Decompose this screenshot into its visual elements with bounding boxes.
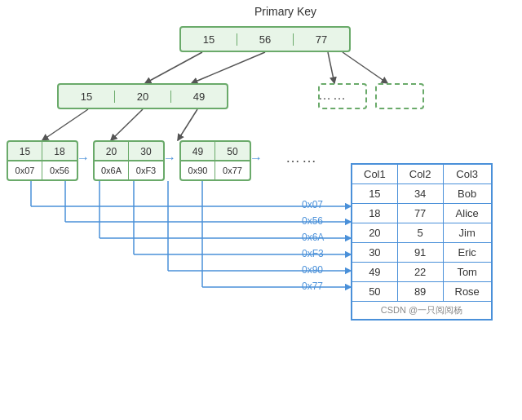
leaf2-top-2: 30 bbox=[129, 142, 163, 160]
pk-cell-1: 15 bbox=[181, 33, 237, 46]
table-cell-r5-c0: 50 bbox=[352, 282, 397, 302]
table-row: 5089Rose bbox=[352, 282, 492, 302]
dashed-box-2 bbox=[375, 83, 424, 109]
leaf-top-1: 15 18 bbox=[7, 140, 78, 161]
table-cell-r3-c2: Eric bbox=[443, 243, 492, 263]
leaf1-top-2: 18 bbox=[42, 142, 77, 160]
table-row: 205Jim bbox=[352, 223, 492, 243]
table-cell-r1-c1: 77 bbox=[397, 204, 443, 223]
page-title: Primary Key bbox=[245, 5, 326, 18]
table-row: 1534Bob bbox=[352, 184, 492, 204]
svg-line-1 bbox=[192, 52, 265, 83]
pointer-label-0x07: 0x07 bbox=[302, 199, 323, 210]
table-cell-r5-c2: Rose bbox=[443, 282, 492, 302]
pointer-label-0x6A: 0x6A bbox=[302, 232, 324, 243]
l2-cell-3: 49 bbox=[171, 91, 227, 103]
svg-line-4 bbox=[42, 109, 88, 140]
table-cell-r1-c2: Alice bbox=[443, 204, 492, 223]
col1-header: Col1 bbox=[352, 164, 397, 184]
table-cell-r2-c0: 20 bbox=[352, 223, 397, 243]
pointer-label-0x56: 0x56 bbox=[302, 215, 323, 227]
table-cell-r0-c1: 34 bbox=[397, 184, 443, 204]
svg-line-5 bbox=[111, 109, 143, 140]
leaf2-top-1: 20 bbox=[95, 142, 129, 160]
l2-cell-2: 20 bbox=[115, 91, 171, 103]
leaf-block-2: 20 30 0x6A 0xF3 → bbox=[93, 140, 165, 181]
diagram: Primary Key 15 56 77 15 20 49 15 18 0x07… bbox=[0, 0, 522, 420]
leaf-top-2: 20 30 bbox=[93, 140, 165, 161]
table-footer: CSDN @一只阅阅杨 bbox=[352, 302, 492, 321]
l2-cell-1: 15 bbox=[59, 91, 115, 103]
leaf-bottom-2: 0x6A 0xF3 bbox=[93, 161, 165, 181]
leaf-block-1: 15 18 0x07 0x56 → bbox=[7, 140, 78, 181]
leaf1-bot-2: 0x56 bbox=[42, 161, 77, 179]
leaf3-bot-2: 0x77 bbox=[215, 161, 250, 179]
table-header-row: Col1 Col2 Col3 bbox=[352, 164, 492, 184]
leaf3-bot-1: 0x90 bbox=[181, 161, 215, 179]
table-row: 4922Tom bbox=[352, 263, 492, 282]
table-cell-r4-c0: 49 bbox=[352, 263, 397, 282]
leaf3-top-1: 49 bbox=[181, 142, 215, 160]
leaf3-top-2: 50 bbox=[215, 142, 250, 160]
data-table: Col1 Col2 Col3 1534Bob1877Alice205Jim309… bbox=[351, 163, 493, 321]
table-cell-r3-c0: 30 bbox=[352, 243, 397, 263]
leaf-block-3: 49 50 0x90 0x77 → bbox=[179, 140, 251, 181]
leaf1-top-1: 15 bbox=[8, 142, 42, 160]
table-cell-r0-c2: Bob bbox=[443, 184, 492, 204]
leaf1-bot-1: 0x07 bbox=[8, 161, 42, 179]
table-footer-row: CSDN @一只阅阅杨 bbox=[352, 302, 492, 321]
table-cell-r4-c2: Tom bbox=[443, 263, 492, 282]
leaf-bottom-3: 0x90 0x77 bbox=[179, 161, 251, 181]
table-cell-r2-c1: 5 bbox=[397, 223, 443, 243]
leaf2-bot-1: 0x6A bbox=[95, 161, 129, 179]
table-cell-r0-c0: 15 bbox=[352, 184, 397, 204]
table-cell-r5-c1: 89 bbox=[397, 282, 443, 302]
table-cell-r4-c1: 22 bbox=[397, 263, 443, 282]
leaf-row: 15 18 0x07 0x56 → 20 30 0x6A 0xF3 → bbox=[7, 140, 253, 181]
pointer-label-0x77: 0x77 bbox=[302, 281, 323, 292]
table-cell-r1-c0: 18 bbox=[352, 204, 397, 223]
primary-key-box: 15 56 77 bbox=[179, 26, 351, 52]
pointer-label-0x90: 0x90 bbox=[302, 264, 323, 276]
leaf-arrow-2: → bbox=[163, 151, 176, 166]
leaf-top-3: 49 50 bbox=[179, 140, 251, 161]
l2-node-box: 15 20 49 bbox=[57, 83, 228, 109]
pk-cell-3: 77 bbox=[294, 33, 349, 46]
leaf2-bot-2: 0xF3 bbox=[129, 161, 163, 179]
ellipsis-right: …… bbox=[318, 88, 347, 103]
pointer-label-0xF3: 0xF3 bbox=[302, 248, 324, 259]
svg-line-2 bbox=[328, 52, 334, 83]
svg-line-3 bbox=[343, 52, 387, 83]
col3-header: Col3 bbox=[443, 164, 492, 184]
svg-line-0 bbox=[145, 52, 202, 83]
leaf-arrow-1: → bbox=[77, 151, 90, 166]
table-cell-r2-c2: Jim bbox=[443, 223, 492, 243]
leaf-bottom-1: 0x07 0x56 bbox=[7, 161, 78, 181]
col2-header: Col2 bbox=[397, 164, 443, 184]
svg-line-6 bbox=[178, 109, 197, 140]
pk-cell-2: 56 bbox=[237, 33, 294, 46]
ellipsis-middle: …… bbox=[285, 149, 318, 166]
table-cell-r3-c1: 91 bbox=[397, 243, 443, 263]
table-row: 3091Eric bbox=[352, 243, 492, 263]
table-row: 1877Alice bbox=[352, 204, 492, 223]
leaf-arrow-3: → bbox=[250, 151, 263, 166]
